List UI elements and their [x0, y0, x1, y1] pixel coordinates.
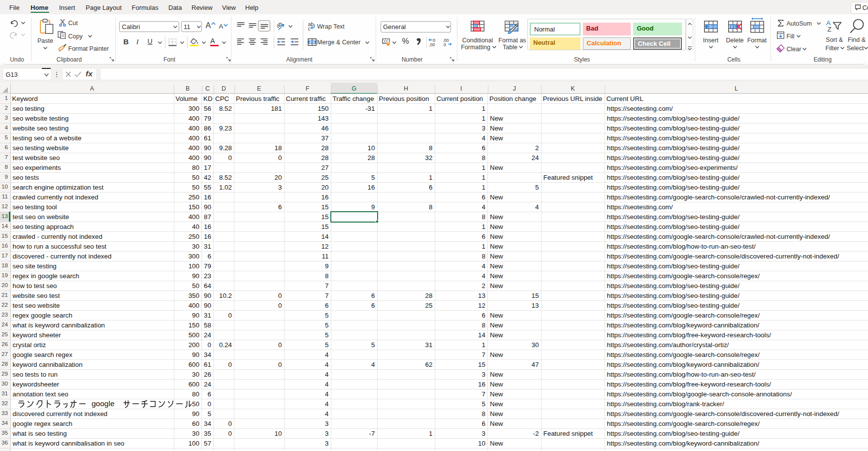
svg-text:0: 0 — [444, 42, 446, 46]
svg-text:Z: Z — [828, 26, 832, 32]
svg-text:c: c — [308, 25, 310, 31]
svg-text:ab: ab — [276, 22, 284, 29]
svg-text:.00: .00 — [429, 42, 435, 46]
